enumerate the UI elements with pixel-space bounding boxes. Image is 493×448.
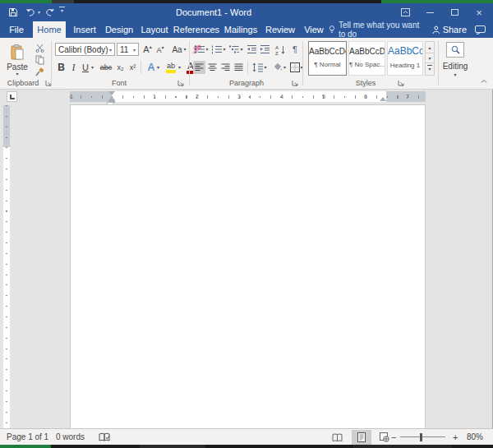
change-case-button[interactable]: Aa▾ [170,43,188,56]
zoom-out-button[interactable]: − [391,429,396,445]
font-name-dropdown-icon: ▾ [109,47,112,53]
font-size-combobox[interactable]: 11 ▾ [117,43,139,56]
save-button[interactable] [8,7,18,18]
bold-button[interactable]: B [56,61,67,74]
superscript-button[interactable]: x² [127,61,139,74]
maximize-button[interactable] [445,6,463,19]
group-divider [189,41,190,85]
zoom-in-button[interactable]: + [453,429,458,445]
shading-button[interactable]: ▾ [271,61,288,74]
find-button[interactable] [446,42,464,58]
vertical-ruler[interactable] [3,105,10,428]
font-name-combobox[interactable]: Calibri (Body) ▾ [55,43,115,56]
word-count-indicator[interactable]: 0 words [56,429,85,445]
comments-button[interactable] [470,21,490,38]
bullets-button[interactable]: ▾ [193,43,210,56]
group-divider [302,41,303,85]
customize-quick-access-toolbar-button[interactable]: ▾ [59,7,65,18]
align-right-button[interactable] [219,61,232,74]
tab-view[interactable]: View [299,21,329,38]
tab-layout[interactable]: Layout [136,21,173,38]
scroll-down-icon: ▾ [428,55,431,61]
shrink-font-button[interactable]: A▾ [154,44,166,56]
share-button[interactable]: Share [432,21,467,38]
show-hide-formatting-button[interactable]: ¶ [289,43,301,56]
sort-button[interactable]: AZ [274,43,287,56]
page-number-indicator[interactable]: Page 1 of 1 [7,429,48,445]
first-line-indent-marker[interactable] [108,91,115,95]
tab-design[interactable]: Design [102,21,136,38]
undo-button[interactable]: ▾ [25,7,40,18]
read-mode-button[interactable] [327,430,347,445]
styles-scroll-down-button[interactable]: ▾ [426,53,434,63]
format-painter-button[interactable] [33,67,46,78]
styles-scroll-up-button[interactable]: ▴ [426,42,434,53]
multilevel-list-button[interactable]: ▾ [228,43,244,56]
tab-mailings[interactable]: Mailings [220,21,261,38]
editing-group-button[interactable]: Editing [438,61,472,71]
sort-icon: AZ [275,44,286,55]
paste-button[interactable]: Paste ▾ [5,41,30,79]
document-page[interactable] [70,104,426,428]
text-highlight-button[interactable]: ab▾ [164,61,182,74]
collapse-ribbon-button[interactable] [479,77,489,85]
style-heading-1[interactable]: AaBbCc Heading 1 [387,41,423,76]
increase-indent-button[interactable] [259,43,271,56]
zoom-slider-thumb[interactable] [420,433,422,441]
redo-icon [45,8,55,17]
paragraph-dialog-launcher[interactable] [292,80,299,87]
tab-references[interactable]: References [173,21,220,38]
align-left-button[interactable] [193,61,205,74]
subscript-button[interactable]: x₂ [114,61,127,74]
style-normal[interactable]: AaBbCcDc ¶ Normal [308,41,347,76]
tab-insert[interactable]: Insert [69,21,100,38]
tab-file[interactable]: File [3,21,30,38]
proofing-status-button[interactable] [99,429,110,445]
change-case-label: Aa [172,45,182,54]
horizontal-ruler[interactable]: 1 1 2 3 4 5 6 7 [70,91,426,102]
close-button[interactable]: × [470,6,488,19]
ribbon-display-options-button[interactable] [396,6,414,19]
right-indent-marker[interactable] [380,97,386,101]
style-no-spacing[interactable]: AaBbCcDc ¶ No Spac... [348,41,385,76]
line-spacing-button[interactable]: ▾ [251,61,269,74]
tell-me-box[interactable]: Tell me what you want to do [329,21,427,38]
zoom-slider-track[interactable] [400,436,445,437]
tab-home[interactable]: Home [33,21,66,38]
grow-font-button[interactable]: A▴ [141,43,154,56]
close-icon: × [476,7,482,19]
svg-text:Z: Z [275,51,279,55]
styles-dialog-launcher[interactable] [398,80,405,87]
copy-icon [35,55,44,65]
customize-qat-dropdown-icon: ▾ [61,8,63,13]
ruler-number-5: 5 [320,93,328,100]
tell-me-label: Tell me what you want to do [339,21,427,39]
decrease-indent-button[interactable] [246,43,258,56]
redo-button[interactable] [45,7,55,18]
copy-button[interactable] [33,54,46,66]
ribbon-tab-row: File Home Insert Design Layout Reference… [0,21,493,38]
editing-dropdown[interactable]: ▾ [450,72,460,78]
text-effects-button[interactable]: A▾ [145,61,163,74]
search-icon [451,45,460,54]
undo-dropdown-icon[interactable]: ▾ [38,10,40,15]
styles-gallery-more-button[interactable]: ▾ [426,63,434,73]
underline-button[interactable]: U▾ [80,61,96,74]
print-layout-button[interactable] [352,430,371,445]
italic-button[interactable]: I [69,61,78,74]
ruler-number-1: 1 [150,93,159,100]
undo-icon [25,8,36,17]
cut-button[interactable] [33,42,46,53]
group-divider [51,41,52,85]
paste-label: Paste [7,62,28,72]
numbering-button[interactable]: ▾ [210,43,227,56]
align-center-button[interactable] [206,61,219,74]
font-dialog-launcher[interactable] [177,80,185,87]
tab-stop-selector[interactable] [7,91,17,102]
style-no-spacing-preview: AaBbCcDc [349,47,385,56]
minimize-button[interactable] [421,6,439,19]
zoom-level-button[interactable]: 80% [467,429,483,445]
justify-button[interactable] [233,61,245,74]
tab-review[interactable]: Review [261,21,299,38]
strikethrough-button[interactable]: abc [98,61,114,74]
